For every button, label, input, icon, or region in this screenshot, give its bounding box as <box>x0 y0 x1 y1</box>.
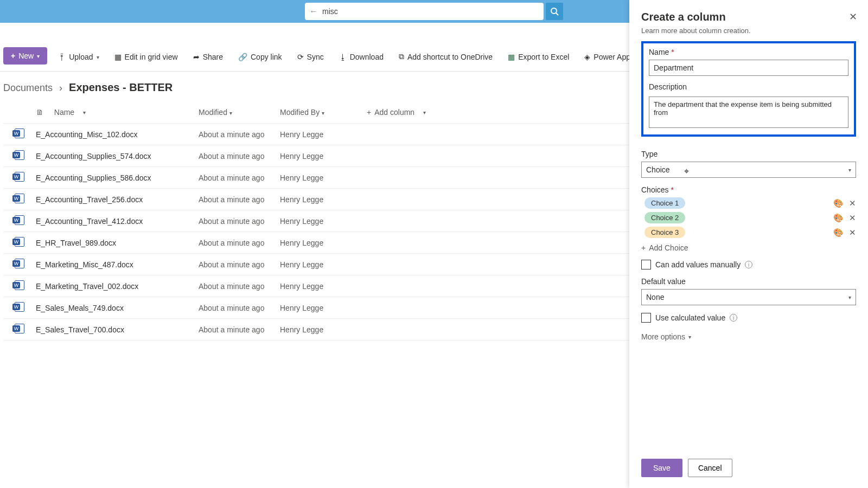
new-button[interactable]: +New▾ <box>3 47 47 65</box>
col-name-header[interactable]: 🗎 Name ▾ <box>36 108 199 117</box>
add-choice-label: Add Choice <box>649 243 688 252</box>
choice-pill[interactable]: Choice 2 <box>644 212 685 223</box>
name-label: Name * <box>649 48 848 56</box>
file-modified: About a minute ago <box>199 282 280 291</box>
file-icon: 🗎 <box>36 108 43 117</box>
description-label: Description <box>649 82 848 91</box>
close-button[interactable]: ✕ <box>849 11 857 23</box>
word-doc-icon <box>15 194 24 203</box>
file-modified: About a minute ago <box>199 217 280 226</box>
file-name[interactable]: E_HR_Travel_989.docx <box>36 239 199 247</box>
search-input[interactable] <box>322 7 539 16</box>
breadcrumb-root[interactable]: Documents <box>3 82 53 94</box>
add-shortcut-label: Add shortcut to OneDrive <box>407 53 493 61</box>
file-name[interactable]: E_Accounting_Supplies_574.docx <box>36 152 199 160</box>
file-name[interactable]: E_Sales_Travel_700.docx <box>36 325 199 334</box>
palette-icon[interactable]: 🎨 <box>833 228 844 237</box>
panel-footer: Save Cancel <box>641 448 856 477</box>
word-doc-icon <box>15 129 24 138</box>
palette-icon[interactable]: 🎨 <box>833 213 844 223</box>
file-name[interactable]: E_Accounting_Travel_256.docx <box>36 195 199 204</box>
file-modified-by: Henry Legge <box>280 195 367 204</box>
more-options-button[interactable]: More options ▾ <box>641 332 856 341</box>
file-name[interactable]: E_Accounting_Misc_102.docx <box>36 130 199 139</box>
file-modified-by: Henry Legge <box>280 174 367 182</box>
breadcrumb-current: Expenses - BETTER <box>69 81 173 94</box>
download-button[interactable]: ⭳Download <box>335 49 388 65</box>
share-button[interactable]: ➦Share <box>189 49 227 65</box>
cursor-icon: ⌖ <box>684 166 689 176</box>
file-modified-by: Henry Legge <box>280 304 367 312</box>
can-add-manually-checkbox[interactable]: Can add values manually i <box>641 260 856 269</box>
file-modified: About a minute ago <box>199 260 280 269</box>
add-shortcut-button[interactable]: ⧉Add shortcut to OneDrive <box>394 49 497 65</box>
add-choice-button[interactable]: +Add Choice <box>641 243 856 252</box>
file-name[interactable]: E_Marketing_Travel_002.docx <box>36 282 199 291</box>
word-doc-icon <box>15 302 24 312</box>
use-calculated-label: Use calculated value <box>655 313 725 322</box>
word-doc-icon <box>15 280 24 290</box>
remove-choice-button[interactable]: ✕ <box>849 213 856 223</box>
svg-point-0 <box>551 8 557 14</box>
chevron-down-icon: ▾ <box>97 54 99 60</box>
checkbox-icon <box>641 260 651 269</box>
choice-row: Choice 2 🎨 ✕ <box>641 212 856 223</box>
description-input[interactable]: The department that the expense item is … <box>649 97 848 128</box>
info-icon[interactable]: i <box>730 314 737 322</box>
link-icon: 🔗 <box>238 53 247 61</box>
choice-row: Choice 1 🎨 ✕ <box>641 197 856 209</box>
file-name[interactable]: E_Marketing_Misc_487.docx <box>36 260 199 269</box>
save-button[interactable]: Save <box>641 459 682 477</box>
palette-icon[interactable]: 🎨 <box>833 198 844 208</box>
file-modified-by: Henry Legge <box>280 130 367 139</box>
word-doc-icon <box>15 259 24 268</box>
choice-pill[interactable]: Choice 1 <box>644 197 685 209</box>
upload-label: Upload <box>69 53 93 61</box>
search-button[interactable] <box>546 3 563 20</box>
choices-label: Choices * <box>641 185 856 194</box>
plus-icon: + <box>367 108 371 117</box>
file-name[interactable]: E_Accounting_Supplies_586.docx <box>36 174 199 182</box>
sync-icon: ⟳ <box>297 53 304 61</box>
word-doc-icon <box>15 215 24 225</box>
back-arrow-icon[interactable]: ← <box>309 7 318 16</box>
svg-line-1 <box>556 13 558 15</box>
remove-choice-button[interactable]: ✕ <box>849 228 856 237</box>
export-excel-button[interactable]: ▦Export to Excel <box>503 49 573 65</box>
use-calculated-checkbox[interactable]: Use calculated value i <box>641 313 856 323</box>
default-value-select[interactable]: None ▾ <box>641 289 856 305</box>
search-box[interactable]: ← <box>305 3 544 20</box>
default-value-text: None <box>646 293 664 301</box>
info-icon[interactable]: i <box>745 261 752 268</box>
col-modified-by-header[interactable]: Modified By ▾ <box>280 108 367 117</box>
upload-button[interactable]: ⭱Upload▾ <box>54 49 103 65</box>
file-modified-by: Henry Legge <box>280 152 367 160</box>
col-modified-header[interactable]: Modified ▾ <box>199 108 280 117</box>
add-column-button[interactable]: +Add column ▾ <box>367 108 448 117</box>
edit-grid-label: Edit in grid view <box>125 53 178 61</box>
power-apps-label: Power Apps <box>593 53 634 61</box>
upload-icon: ⭱ <box>58 53 66 61</box>
file-modified-by: Henry Legge <box>280 260 367 269</box>
col-modified-label: Modified <box>199 108 227 117</box>
remove-choice-button[interactable]: ✕ <box>849 198 856 208</box>
download-icon: ⭳ <box>339 53 347 61</box>
plus-icon: + <box>11 52 15 60</box>
sync-button[interactable]: ⟳Sync <box>293 49 328 65</box>
chevron-down-icon: ▾ <box>83 110 86 115</box>
edit-grid-button[interactable]: ▦Edit in grid view <box>110 49 182 65</box>
file-modified: About a minute ago <box>199 174 280 182</box>
file-name[interactable]: E_Sales_Meals_749.docx <box>36 304 199 312</box>
file-name[interactable]: E_Accounting_Travel_412.docx <box>36 217 199 226</box>
chevron-down-icon: ▾ <box>322 110 324 116</box>
cancel-button[interactable]: Cancel <box>688 459 732 477</box>
type-value: Choice <box>646 165 670 174</box>
file-modified: About a minute ago <box>199 304 280 312</box>
type-select[interactable]: Choice ▾ ⌖ <box>641 162 856 178</box>
copy-link-button[interactable]: 🔗Copy link <box>234 49 286 65</box>
add-column-label: Add column <box>374 108 414 117</box>
choice-pill[interactable]: Choice 3 <box>644 227 685 238</box>
type-section: Type Choice ▾ ⌖ <box>641 150 856 178</box>
learn-more-link[interactable]: Learn more about column creation. <box>641 27 856 35</box>
name-input[interactable] <box>649 60 848 76</box>
